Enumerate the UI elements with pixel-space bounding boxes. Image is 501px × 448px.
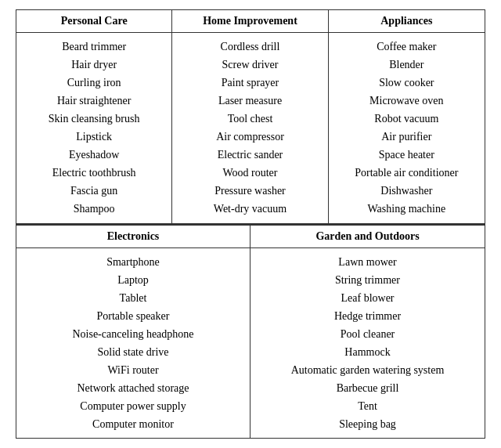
bottom-headers: Electronics Garden and Outdoors [16,225,485,248]
list-item: Eyeshadow [23,146,165,164]
list-item: Dishwasher [335,182,478,200]
list-item: Air purifier [335,128,478,146]
header-personal-care: Personal Care [16,10,172,32]
list-item: Washing machine [335,200,478,218]
list-item: Laser measure [178,92,321,110]
list-item: Sleeping bag [257,415,478,433]
list-item: Tablet [23,289,243,307]
list-item: Wet-dry vacuum [178,200,321,218]
list-item: Hammock [257,343,478,361]
list-item: Electric sander [178,146,321,164]
list-item: Robot vacuum [335,110,478,128]
appliances-col: Coffee makerBlenderSlow cookerMicrowave … [329,33,485,223]
list-item: Air compressor [178,128,321,146]
list-item: Curling iron [23,74,165,92]
top-content: Beard trimmerHair dryerCurling ironHair … [16,33,485,225]
list-item: Portable speaker [23,307,243,325]
list-item: Automatic garden watering system [257,361,478,379]
list-item: Lipstick [23,128,165,146]
electronics-col: SmartphoneLaptopTabletPortable speakerNo… [16,248,250,439]
list-item: Slow cooker [335,74,478,92]
home-improvement-col: Cordless drillScrew driverPaint sprayerL… [172,33,328,223]
header-garden-outdoors: Garden and Outdoors [250,226,485,247]
header-appliances: Appliances [329,10,485,32]
list-item: Electric toothbrush [23,164,165,182]
list-item: Coffee maker [335,38,478,56]
list-item: Hair straightener [23,92,165,110]
list-item: WiFi router [23,361,243,379]
list-item: Portable air conditioner [335,164,478,182]
list-item: Hedge trimmer [257,307,478,325]
list-item: Microwave oven [335,92,478,110]
list-item: Noise-canceling headphone [23,325,243,343]
list-item: Tent [257,397,478,415]
list-item: Tool chest [178,110,321,128]
list-item: Cordless drill [178,38,321,56]
list-item: Wood router [178,164,321,182]
list-item: Screw driver [178,56,321,74]
list-item: Laptop [23,271,243,289]
list-item: Skin cleansing brush [23,110,165,128]
list-item: Lawn mower [257,253,478,271]
list-item: Pool cleaner [257,325,478,343]
list-item: String trimmer [257,271,478,289]
list-item: Leaf blower [257,289,478,307]
list-item: Beard trimmer [23,38,165,56]
list-item: Pressure washer [178,182,321,200]
personal-care-col: Beard trimmerHair dryerCurling ironHair … [16,33,172,223]
header-electronics: Electronics [16,226,250,247]
list-item: Network attached storage [23,379,243,397]
list-item: Barbecue grill [257,379,478,397]
main-table: Personal Care Home Improvement Appliance… [16,9,485,439]
bottom-content: SmartphoneLaptopTabletPortable speakerNo… [16,248,485,439]
list-item: Solid state drive [23,343,243,361]
top-headers: Personal Care Home Improvement Appliance… [16,10,485,33]
list-item: Computer monitor [23,415,243,433]
list-item: Hair dryer [23,56,165,74]
garden-outdoors-col: Lawn mowerString trimmerLeaf blowerHedge… [250,248,485,439]
list-item: Blender [335,56,478,74]
list-item: Shampoo [23,200,165,218]
list-item: Computer power supply [23,397,243,415]
list-item: Smartphone [23,253,243,271]
list-item: Paint sprayer [178,74,321,92]
list-item: Fascia gun [23,182,165,200]
header-home-improvement: Home Improvement [172,10,328,32]
list-item: Space heater [335,146,478,164]
